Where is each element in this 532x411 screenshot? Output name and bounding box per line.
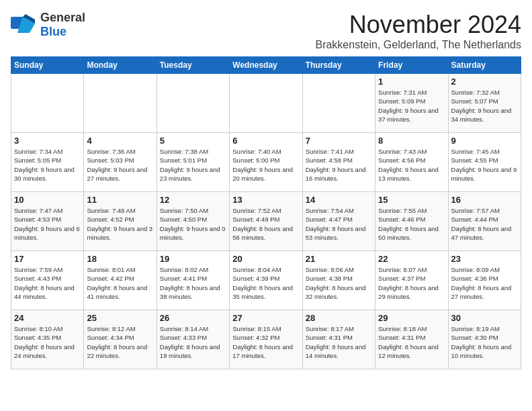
- day-number: 23: [451, 254, 518, 264]
- day-cell-5: 1Sunrise: 7:31 AM Sunset: 5:09 PM Daylig…: [375, 74, 448, 133]
- day-cell-24: 20Sunrise: 8:04 AM Sunset: 4:39 PM Dayli…: [230, 251, 302, 310]
- day-number: 5: [160, 136, 226, 146]
- day-cell-16: 12Sunrise: 7:50 AM Sunset: 4:50 PM Dayli…: [157, 192, 229, 251]
- day-info: Sunrise: 8:06 AM Sunset: 4:38 PM Dayligh…: [306, 265, 372, 301]
- month-title: November 2024: [315, 11, 521, 39]
- day-info: Sunrise: 7:54 AM Sunset: 4:47 PM Dayligh…: [306, 206, 372, 242]
- day-info: Sunrise: 8:02 AM Sunset: 4:41 PM Dayligh…: [160, 265, 226, 301]
- column-header-tuesday: Tuesday: [157, 57, 229, 74]
- day-number: 13: [232, 195, 299, 205]
- day-number: 12: [160, 195, 226, 205]
- day-info: Sunrise: 7:34 AM Sunset: 5:05 PM Dayligh…: [14, 147, 81, 183]
- day-info: Sunrise: 7:43 AM Sunset: 4:56 PM Dayligh…: [378, 147, 445, 183]
- day-number: 22: [378, 254, 445, 264]
- day-info: Sunrise: 8:12 AM Sunset: 4:34 PM Dayligh…: [87, 324, 153, 360]
- day-info: Sunrise: 7:41 AM Sunset: 4:58 PM Dayligh…: [306, 147, 372, 183]
- day-cell-23: 19Sunrise: 8:02 AM Sunset: 4:41 PM Dayli…: [157, 251, 229, 310]
- day-info: Sunrise: 8:19 AM Sunset: 4:30 PM Dayligh…: [451, 324, 518, 360]
- day-cell-28: 24Sunrise: 8:10 AM Sunset: 4:35 PM Dayli…: [11, 310, 84, 369]
- day-number: 20: [232, 254, 299, 264]
- day-cell-1: [84, 74, 157, 133]
- day-info: Sunrise: 7:38 AM Sunset: 5:01 PM Dayligh…: [160, 147, 226, 183]
- column-header-monday: Monday: [84, 57, 157, 74]
- day-cell-0: [11, 74, 84, 133]
- day-info: Sunrise: 7:59 AM Sunset: 4:43 PM Dayligh…: [14, 265, 81, 301]
- day-info: Sunrise: 7:36 AM Sunset: 5:03 PM Dayligh…: [87, 147, 153, 183]
- calendar-body: 1Sunrise: 7:31 AM Sunset: 5:09 PM Daylig…: [11, 74, 521, 369]
- day-info: Sunrise: 8:18 AM Sunset: 4:31 PM Dayligh…: [378, 324, 445, 360]
- day-cell-11: 7Sunrise: 7:41 AM Sunset: 4:58 PM Daylig…: [302, 133, 375, 192]
- day-info: Sunrise: 7:52 AM Sunset: 4:49 PM Dayligh…: [232, 206, 299, 242]
- day-cell-21: 17Sunrise: 7:59 AM Sunset: 4:43 PM Dayli…: [11, 251, 84, 310]
- day-number: 14: [306, 195, 372, 205]
- day-info: Sunrise: 7:50 AM Sunset: 4:50 PM Dayligh…: [160, 206, 226, 242]
- location-title: Brakkenstein, Gelderland, The Netherland…: [315, 39, 521, 51]
- day-cell-18: 14Sunrise: 7:54 AM Sunset: 4:47 PM Dayli…: [302, 192, 375, 251]
- week-row-2: 3Sunrise: 7:34 AM Sunset: 5:05 PM Daylig…: [11, 133, 521, 192]
- week-row-1: 1Sunrise: 7:31 AM Sunset: 5:09 PM Daylig…: [11, 74, 521, 133]
- day-number: 1: [378, 77, 445, 87]
- day-number: 3: [14, 136, 81, 146]
- day-info: Sunrise: 7:47 AM Sunset: 4:53 PM Dayligh…: [14, 206, 81, 242]
- day-number: 25: [87, 313, 153, 323]
- day-info: Sunrise: 8:10 AM Sunset: 4:35 PM Dayligh…: [14, 324, 81, 360]
- day-cell-13: 9Sunrise: 7:45 AM Sunset: 4:55 PM Daylig…: [448, 133, 521, 192]
- day-number: 18: [87, 254, 153, 264]
- day-number: 16: [451, 195, 518, 205]
- day-info: Sunrise: 7:40 AM Sunset: 5:00 PM Dayligh…: [232, 147, 299, 183]
- day-info: Sunrise: 8:15 AM Sunset: 4:32 PM Dayligh…: [232, 324, 299, 360]
- day-number: 28: [306, 313, 372, 323]
- day-info: Sunrise: 7:48 AM Sunset: 4:52 PM Dayligh…: [87, 206, 153, 242]
- day-cell-12: 8Sunrise: 7:43 AM Sunset: 4:56 PM Daylig…: [375, 133, 448, 192]
- day-info: Sunrise: 7:55 AM Sunset: 4:46 PM Dayligh…: [378, 206, 445, 242]
- day-info: Sunrise: 8:09 AM Sunset: 4:36 PM Dayligh…: [451, 265, 518, 301]
- day-cell-4: [302, 74, 375, 133]
- day-cell-30: 26Sunrise: 8:14 AM Sunset: 4:33 PM Dayli…: [157, 310, 229, 369]
- calendar-table: SundayMondayTuesdayWednesdayThursdayFrid…: [11, 56, 521, 369]
- day-cell-20: 16Sunrise: 7:57 AM Sunset: 4:44 PM Dayli…: [448, 192, 521, 251]
- day-number: 11: [87, 195, 153, 205]
- day-info: Sunrise: 7:57 AM Sunset: 4:44 PM Dayligh…: [451, 206, 518, 242]
- day-info: Sunrise: 8:14 AM Sunset: 4:33 PM Dayligh…: [160, 324, 226, 360]
- day-cell-31: 27Sunrise: 8:15 AM Sunset: 4:32 PM Dayli…: [230, 310, 302, 369]
- day-number: 7: [306, 136, 372, 146]
- logo-blue: Blue: [40, 25, 66, 38]
- day-info: Sunrise: 8:04 AM Sunset: 4:39 PM Dayligh…: [232, 265, 299, 301]
- day-info: Sunrise: 8:07 AM Sunset: 4:37 PM Dayligh…: [378, 265, 445, 301]
- column-header-saturday: Saturday: [448, 57, 521, 74]
- day-cell-14: 10Sunrise: 7:47 AM Sunset: 4:53 PM Dayli…: [11, 192, 84, 251]
- day-number: 27: [232, 313, 299, 323]
- day-cell-33: 29Sunrise: 8:18 AM Sunset: 4:31 PM Dayli…: [375, 310, 448, 369]
- day-number: 26: [160, 313, 226, 323]
- day-number: 10: [14, 195, 81, 205]
- day-cell-29: 25Sunrise: 8:12 AM Sunset: 4:34 PM Dayli…: [84, 310, 157, 369]
- logo: General Blue: [11, 11, 85, 39]
- column-header-thursday: Thursday: [302, 57, 375, 74]
- day-cell-19: 15Sunrise: 7:55 AM Sunset: 4:46 PM Dayli…: [375, 192, 448, 251]
- day-number: 9: [451, 136, 518, 146]
- day-cell-22: 18Sunrise: 8:01 AM Sunset: 4:42 PM Dayli…: [84, 251, 157, 310]
- day-info: Sunrise: 7:32 AM Sunset: 5:07 PM Dayligh…: [451, 88, 518, 124]
- day-cell-8: 4Sunrise: 7:36 AM Sunset: 5:03 PM Daylig…: [84, 133, 157, 192]
- day-cell-6: 2Sunrise: 7:32 AM Sunset: 5:07 PM Daylig…: [448, 74, 521, 133]
- day-cell-26: 22Sunrise: 8:07 AM Sunset: 4:37 PM Dayli…: [375, 251, 448, 310]
- day-cell-2: [157, 74, 229, 133]
- day-number: 19: [160, 254, 226, 264]
- day-cell-27: 23Sunrise: 8:09 AM Sunset: 4:36 PM Dayli…: [448, 251, 521, 310]
- day-cell-15: 11Sunrise: 7:48 AM Sunset: 4:52 PM Dayli…: [84, 192, 157, 251]
- column-header-wednesday: Wednesday: [230, 57, 302, 74]
- day-number: 6: [232, 136, 299, 146]
- week-row-3: 10Sunrise: 7:47 AM Sunset: 4:53 PM Dayli…: [11, 192, 521, 251]
- day-info: Sunrise: 7:45 AM Sunset: 4:55 PM Dayligh…: [451, 147, 518, 183]
- day-number: 30: [451, 313, 518, 323]
- day-cell-9: 5Sunrise: 7:38 AM Sunset: 5:01 PM Daylig…: [157, 133, 229, 192]
- day-number: 24: [14, 313, 81, 323]
- title-block: November 2024 Brakkenstein, Gelderland, …: [315, 11, 521, 51]
- day-info: Sunrise: 8:17 AM Sunset: 4:31 PM Dayligh…: [306, 324, 372, 360]
- day-number: 2: [451, 77, 518, 87]
- day-cell-17: 13Sunrise: 7:52 AM Sunset: 4:49 PM Dayli…: [230, 192, 302, 251]
- day-info: Sunrise: 7:31 AM Sunset: 5:09 PM Dayligh…: [378, 88, 445, 124]
- day-number: 8: [378, 136, 445, 146]
- day-number: 4: [87, 136, 153, 146]
- week-row-4: 17Sunrise: 7:59 AM Sunset: 4:43 PM Dayli…: [11, 251, 521, 310]
